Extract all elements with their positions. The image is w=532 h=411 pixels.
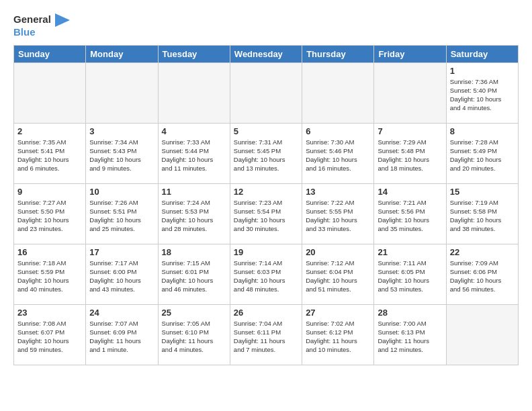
calendar-cell (14, 62, 86, 123)
calendar-cell: 6Sunrise: 7:30 AM Sunset: 5:46 PM Daylig… (302, 123, 374, 183)
svg-marker-0 (55, 13, 70, 27)
day-info: Sunrise: 7:33 AM Sunset: 5:44 PM Dayligh… (162, 138, 226, 173)
day-number: 21 (378, 247, 442, 257)
day-info: Sunrise: 7:04 AM Sunset: 6:11 PM Dayligh… (234, 319, 298, 355)
calendar-week-2: 2Sunrise: 7:35 AM Sunset: 5:41 PM Daylig… (14, 123, 519, 183)
day-info: Sunrise: 7:07 AM Sunset: 6:09 PM Dayligh… (89, 319, 154, 355)
calendar-cell: 18Sunrise: 7:15 AM Sunset: 6:01 PM Dayli… (158, 244, 230, 304)
day-number: 25 (162, 308, 226, 318)
day-number: 26 (234, 308, 298, 318)
calendar-week-4: 16Sunrise: 7:18 AM Sunset: 5:59 PM Dayli… (14, 244, 519, 304)
calendar-week-3: 9Sunrise: 7:27 AM Sunset: 5:50 PM Daylig… (14, 183, 519, 244)
day-info: Sunrise: 7:29 AM Sunset: 5:48 PM Dayligh… (378, 138, 442, 173)
logo: General Blue (13, 13, 70, 38)
calendar-cell: 25Sunrise: 7:05 AM Sunset: 6:10 PM Dayli… (158, 304, 230, 365)
day-info: Sunrise: 7:05 AM Sunset: 6:10 PM Dayligh… (162, 319, 226, 355)
calendar-cell (158, 62, 230, 123)
day-number: 3 (89, 126, 154, 136)
calendar-cell: 23Sunrise: 7:08 AM Sunset: 6:07 PM Dayli… (14, 304, 86, 365)
day-info: Sunrise: 7:19 AM Sunset: 5:58 PM Dayligh… (450, 198, 515, 234)
day-info: Sunrise: 7:30 AM Sunset: 5:46 PM Dayligh… (306, 138, 370, 173)
calendar-cell: 12Sunrise: 7:23 AM Sunset: 5:54 PM Dayli… (230, 183, 302, 244)
day-number: 6 (306, 126, 370, 136)
day-info: Sunrise: 7:34 AM Sunset: 5:43 PM Dayligh… (89, 138, 154, 173)
day-info: Sunrise: 7:08 AM Sunset: 6:07 PM Dayligh… (17, 319, 82, 355)
calendar-week-1: 1Sunrise: 7:36 AM Sunset: 5:40 PM Daylig… (14, 62, 519, 123)
day-info: Sunrise: 7:24 AM Sunset: 5:53 PM Dayligh… (162, 198, 226, 234)
calendar-cell: 10Sunrise: 7:26 AM Sunset: 5:51 PM Dayli… (86, 183, 158, 244)
day-number: 13 (306, 187, 370, 197)
day-number: 11 (162, 187, 226, 197)
calendar-cell: 15Sunrise: 7:19 AM Sunset: 5:58 PM Dayli… (446, 183, 518, 244)
day-info: Sunrise: 7:36 AM Sunset: 5:40 PM Dayligh… (450, 77, 515, 113)
day-info: Sunrise: 7:27 AM Sunset: 5:50 PM Dayligh… (17, 198, 82, 234)
day-number: 28 (378, 308, 442, 318)
calendar-cell: 9Sunrise: 7:27 AM Sunset: 5:50 PM Daylig… (14, 183, 86, 244)
calendar-cell: 28Sunrise: 7:00 AM Sunset: 6:13 PM Dayli… (374, 304, 446, 365)
day-info: Sunrise: 7:15 AM Sunset: 6:01 PM Dayligh… (162, 259, 226, 294)
calendar-cell: 2Sunrise: 7:35 AM Sunset: 5:41 PM Daylig… (14, 123, 86, 183)
calendar-cell: 22Sunrise: 7:09 AM Sunset: 6:06 PM Dayli… (446, 244, 518, 304)
day-number: 2 (17, 126, 82, 136)
day-number: 24 (89, 308, 154, 318)
calendar-cell (446, 304, 518, 365)
calendar-cell: 26Sunrise: 7:04 AM Sunset: 6:11 PM Dayli… (230, 304, 302, 365)
calendar-cell: 13Sunrise: 7:22 AM Sunset: 5:55 PM Dayli… (302, 183, 374, 244)
calendar-cell: 17Sunrise: 7:17 AM Sunset: 6:00 PM Dayli… (86, 244, 158, 304)
day-info: Sunrise: 7:22 AM Sunset: 5:55 PM Dayligh… (306, 198, 370, 234)
calendar-cell: 3Sunrise: 7:34 AM Sunset: 5:43 PM Daylig… (86, 123, 158, 183)
calendar-cell: 16Sunrise: 7:18 AM Sunset: 5:59 PM Dayli… (14, 244, 86, 304)
day-header-friday: Friday (374, 45, 446, 62)
day-info: Sunrise: 7:26 AM Sunset: 5:51 PM Dayligh… (89, 198, 154, 234)
calendar-cell: 24Sunrise: 7:07 AM Sunset: 6:09 PM Dayli… (86, 304, 158, 365)
day-number: 18 (162, 247, 226, 257)
day-number: 19 (234, 247, 298, 257)
day-info: Sunrise: 7:35 AM Sunset: 5:41 PM Dayligh… (17, 138, 82, 173)
day-number: 27 (306, 308, 370, 318)
day-number: 7 (378, 126, 442, 136)
day-number: 10 (89, 187, 154, 197)
logo-blue: Blue (13, 26, 36, 38)
day-number: 17 (89, 247, 154, 257)
day-info: Sunrise: 7:14 AM Sunset: 6:03 PM Dayligh… (234, 259, 298, 294)
calendar-cell: 8Sunrise: 7:28 AM Sunset: 5:49 PM Daylig… (446, 123, 518, 183)
day-header-wednesday: Wednesday (230, 45, 302, 62)
day-info: Sunrise: 7:21 AM Sunset: 5:56 PM Dayligh… (378, 198, 442, 234)
day-info: Sunrise: 7:23 AM Sunset: 5:54 PM Dayligh… (234, 198, 298, 234)
day-number: 22 (450, 247, 515, 257)
logo-arrow-icon (55, 13, 70, 27)
calendar-cell: 20Sunrise: 7:12 AM Sunset: 6:04 PM Dayli… (302, 244, 374, 304)
day-header-monday: Monday (86, 45, 158, 62)
calendar-cell: 14Sunrise: 7:21 AM Sunset: 5:56 PM Dayli… (374, 183, 446, 244)
day-info: Sunrise: 7:31 AM Sunset: 5:45 PM Dayligh… (234, 138, 298, 173)
calendar-week-5: 23Sunrise: 7:08 AM Sunset: 6:07 PM Dayli… (14, 304, 519, 365)
calendar-cell: 27Sunrise: 7:02 AM Sunset: 6:12 PM Dayli… (302, 304, 374, 365)
day-number: 12 (234, 187, 298, 197)
calendar-cell: 7Sunrise: 7:29 AM Sunset: 5:48 PM Daylig… (374, 123, 446, 183)
day-number: 4 (162, 126, 226, 136)
day-header-sunday: Sunday (14, 45, 86, 62)
calendar-cell (374, 62, 446, 123)
calendar-cell (230, 62, 302, 123)
day-info: Sunrise: 7:12 AM Sunset: 6:04 PM Dayligh… (306, 259, 370, 294)
day-info: Sunrise: 7:02 AM Sunset: 6:12 PM Dayligh… (306, 319, 370, 355)
day-number: 5 (234, 126, 298, 136)
day-number: 16 (17, 247, 82, 257)
calendar-cell: 1Sunrise: 7:36 AM Sunset: 5:40 PM Daylig… (446, 62, 518, 123)
day-number: 8 (450, 126, 515, 136)
header: General Blue (13, 13, 519, 38)
calendar-cell: 5Sunrise: 7:31 AM Sunset: 5:45 PM Daylig… (230, 123, 302, 183)
day-info: Sunrise: 7:11 AM Sunset: 6:05 PM Dayligh… (378, 259, 442, 294)
calendar-cell: 21Sunrise: 7:11 AM Sunset: 6:05 PM Dayli… (374, 244, 446, 304)
day-info: Sunrise: 7:00 AM Sunset: 6:13 PM Dayligh… (378, 319, 442, 355)
day-info: Sunrise: 7:18 AM Sunset: 5:59 PM Dayligh… (17, 259, 82, 294)
day-number: 23 (17, 308, 82, 318)
day-number: 9 (17, 187, 82, 197)
day-header-thursday: Thursday (302, 45, 374, 62)
calendar-cell: 11Sunrise: 7:24 AM Sunset: 5:53 PM Dayli… (158, 183, 230, 244)
day-number: 14 (378, 187, 442, 197)
day-info: Sunrise: 7:17 AM Sunset: 6:00 PM Dayligh… (89, 259, 154, 294)
day-number: 20 (306, 247, 370, 257)
calendar-cell (302, 62, 374, 123)
day-header-tuesday: Tuesday (158, 45, 230, 62)
